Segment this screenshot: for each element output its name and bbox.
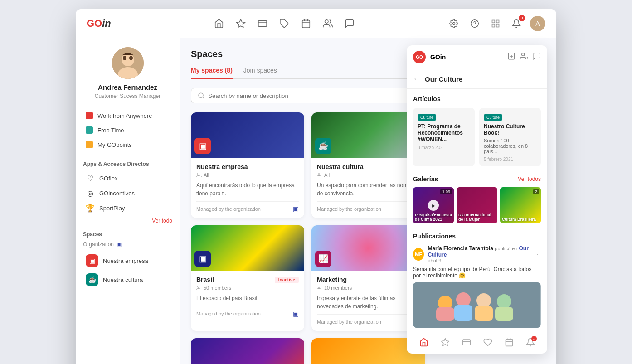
chat-nav-icon[interactable] xyxy=(343,17,356,30)
card-body-0: Nuestra empresa All Aquí encontrarás tod… xyxy=(191,158,304,218)
sidebar-item-gopoints[interactable]: My GOpoints xyxy=(83,137,172,152)
svg-rect-15 xyxy=(496,24,499,27)
help-icon[interactable] xyxy=(467,16,482,31)
pub-more-icon[interactable]: ⋮ xyxy=(534,250,541,259)
article-tag-0: Culture xyxy=(418,114,436,121)
card-icon-4: 📈 xyxy=(315,251,331,267)
top-nav: GOin xyxy=(76,9,556,38)
sidebar-spaces-section: Spaces Organization ▣ ▣ Nuestra empresa … xyxy=(83,231,172,289)
svg-rect-43 xyxy=(495,307,513,321)
gallery-item-2[interactable]: 2 Cultura Brasileira xyxy=(500,187,541,223)
managed-icon-0: ▣ xyxy=(293,205,299,213)
ver-todo-link[interactable]: Ver todo xyxy=(83,218,172,224)
space-card-0[interactable]: ▣ Nuestra empresa All Aquí encontrarás t… xyxy=(191,112,304,218)
card-title-row-0: Nuestra empresa xyxy=(196,163,299,170)
star-nav-icon[interactable] xyxy=(234,17,247,30)
app-goincentives[interactable]: ◎ GOincentives xyxy=(83,186,172,201)
pub-image xyxy=(413,282,541,328)
svg-rect-14 xyxy=(492,24,495,27)
menu-dot-teal xyxy=(86,126,93,134)
svg-point-10 xyxy=(471,19,479,27)
people-nav-icon[interactable] xyxy=(321,17,334,30)
goincentives-icon: ◎ xyxy=(86,189,95,198)
panel-people-icon[interactable] xyxy=(520,52,528,62)
profile-role: Customer Sucess Manager xyxy=(83,93,172,99)
card-members-0: All xyxy=(196,172,299,178)
app-goflex[interactable]: ♡ GOflex xyxy=(83,171,172,186)
card-title-row-4: Marketing xyxy=(317,276,419,283)
article-card-1[interactable]: Culture Nuestro Culture Book! Somos 100 … xyxy=(479,108,541,166)
space-card-3[interactable]: ▣ Brasil Inactive 50 members El espacio … xyxy=(191,225,304,331)
card-title-row-3: Brasil Inactive xyxy=(196,276,299,283)
svg-point-19 xyxy=(123,56,126,60)
panel-home-icon[interactable] xyxy=(419,338,428,349)
panel-bell-icon[interactable]: • xyxy=(526,338,535,349)
svg-point-23 xyxy=(198,173,199,175)
panel-chat-icon[interactable] xyxy=(533,52,541,62)
galleries-grid: ▶ 1:09 Pesquisa/Encuesta de Clima 2021 D… xyxy=(413,187,541,223)
apps-list: ♡ GOflex ◎ GOincentives 🏆 SportPlay xyxy=(83,171,172,216)
card-members-3: 50 members xyxy=(196,285,299,291)
gallery-label-2: Cultura Brasileira xyxy=(502,217,539,222)
panel-star-icon[interactable] xyxy=(441,338,450,349)
gallery-item-1[interactable]: Día Internacional de la Mujer xyxy=(457,187,497,223)
gallery-label-0: Pesquisa/Encuesta de Clima 2021 xyxy=(415,213,452,222)
article-title-1: Nuestro Culture Book! xyxy=(484,123,536,136)
notification-icon[interactable]: 3 xyxy=(509,16,524,31)
svg-marker-44 xyxy=(441,339,449,346)
pub-header: MF María Florencia Tarantola publicó en … xyxy=(413,245,541,263)
article-date-1: 5 febrero 2021 xyxy=(484,157,536,162)
sidebar: Andrea Fernandez Customer Sucess Manager… xyxy=(76,38,180,364)
publication-item-0: MF María Florencia Tarantola publicó en … xyxy=(413,245,541,328)
gallery-item-0[interactable]: ▶ 1:09 Pesquisa/Encuesta de Clima 2021 xyxy=(413,187,454,223)
browser-window: GOin xyxy=(76,9,556,364)
space-empresa-icon: ▣ xyxy=(86,254,98,267)
tag-nav-icon[interactable] xyxy=(278,17,291,30)
calendar-nav-icon[interactable] xyxy=(300,17,312,30)
home-nav-icon[interactable] xyxy=(213,17,225,30)
notification-badge: 3 xyxy=(519,15,525,21)
inactive-badge-3: Inactive xyxy=(275,277,299,283)
app-sportplay[interactable]: 🏆 SportPlay xyxy=(83,201,172,216)
tab-my-spaces[interactable]: My spaces (8) xyxy=(191,67,233,78)
article-tag-1: Culture xyxy=(484,114,502,121)
panel-header: ← Our Culture xyxy=(407,69,547,89)
settings-icon[interactable] xyxy=(447,16,461,31)
svg-point-26 xyxy=(198,286,199,288)
svg-line-22 xyxy=(203,97,204,98)
gallery-count-2: 2 xyxy=(533,189,539,194)
apps-section-title: Apps & Accesos Directos xyxy=(83,161,172,167)
svg-rect-13 xyxy=(496,20,499,23)
panel-body: Artículos Culture PT: Programa de Recono… xyxy=(407,89,547,333)
panel-calendar-icon[interactable] xyxy=(505,338,514,349)
panel-heart-icon[interactable] xyxy=(483,338,492,349)
sidebar-space-cultura[interactable]: ☕ Nuestra cultura xyxy=(83,270,172,289)
sidebar-space-empresa[interactable]: ▣ Nuestra empresa xyxy=(83,251,172,270)
articles-section-title: Artículos xyxy=(413,95,541,102)
pub-author-name: María Florencia Tarantola publicó en Our… xyxy=(428,245,534,258)
play-button-0[interactable]: ▶ xyxy=(428,200,439,211)
article-card-0[interactable]: Culture PT: Programa de Reconocimientos … xyxy=(413,108,475,166)
article-date-0: 3 marzo 2021 xyxy=(418,145,470,150)
panel-bell-badge: • xyxy=(531,336,537,341)
svg-point-34 xyxy=(522,53,525,56)
svg-point-38 xyxy=(476,293,491,308)
grid-icon[interactable] xyxy=(488,16,503,31)
panel-wallet-icon[interactable] xyxy=(462,338,471,349)
user-avatar-nav[interactable]: A xyxy=(530,16,545,31)
back-button[interactable]: ← xyxy=(413,75,420,83)
profile-section: Andrea Fernandez Customer Sucess Manager xyxy=(83,47,172,99)
svg-rect-42 xyxy=(475,306,493,321)
svg-rect-45 xyxy=(462,340,470,345)
articles-grid: Culture PT: Programa de Reconocimientos … xyxy=(413,108,541,166)
space-card-6[interactable]: ▣ Auditores Inactive 3 members Para audi… xyxy=(191,338,304,364)
wallet-nav-icon[interactable] xyxy=(256,17,269,30)
org-icon: ▣ xyxy=(117,241,122,248)
ver-todos-link[interactable]: Ver todos xyxy=(518,176,541,182)
sidebar-item-freetime[interactable]: Free Time xyxy=(83,123,172,137)
panel-add-icon[interactable] xyxy=(507,52,515,62)
card-image-0: ▣ xyxy=(191,112,304,158)
svg-rect-1 xyxy=(258,20,267,26)
sidebar-item-work[interactable]: Work from Anywhere xyxy=(83,108,172,123)
tab-join-spaces[interactable]: Join spaces xyxy=(243,67,277,78)
